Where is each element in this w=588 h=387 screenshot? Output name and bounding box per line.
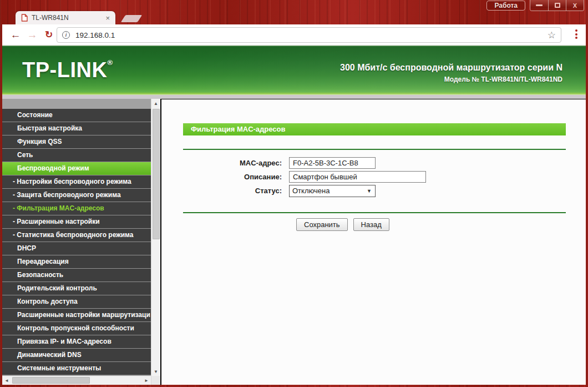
sidebar-item-forwarding[interactable]: Переадресация [2,255,151,269]
sidebar-item-dynamic-dns[interactable]: Динамический DNS [2,349,151,362]
browser-toolbar: ← → ↻ i 192.168.0.1 ☆ [2,24,586,46]
scroll-left-icon[interactable]: ◄ [2,376,11,385]
status-label: Статус: [161,187,289,195]
browser-tab[interactable]: TL-WR841N × [16,11,115,24]
bookmark-star-icon[interactable]: ☆ [548,29,556,41]
sidebar-item-bandwidth-control[interactable]: Контроль пропускной способности [2,322,151,335]
url-text[interactable]: 192.168.0.1 [75,31,548,39]
browser-menu-icon[interactable] [575,29,577,39]
save-button[interactable]: Сохранить [296,218,348,231]
sidebar-item-status[interactable]: Состояние [2,109,151,122]
page-info-icon[interactable]: i [62,31,70,39]
sidebar-item-advanced-routing[interactable]: Расширенные настройки маршрутизаци [2,309,151,322]
sidebar-item-network[interactable]: Сеть [2,149,151,162]
mac-address-label: MAC-адрес: [161,159,289,167]
window-controls: X [530,0,584,11]
sidebar-item-quick-setup[interactable]: Быстрая настройка [2,122,151,135]
description-label: Описание: [161,173,289,181]
sidebar-horizontal-scrollbar[interactable]: ◄ ► [2,376,151,385]
address-bar[interactable]: i 192.168.0.1 ☆ [57,27,561,43]
sidebar-item-access-control[interactable]: Контроль доступа [2,295,151,309]
sidebar-item-wireless-settings[interactable]: - Настройки беспроводного режима [2,175,151,189]
sidebar-item-mac-filtering[interactable]: - Фильтрация MAC-адресов [2,202,151,215]
minimize-icon [536,4,543,6]
maximize-icon [555,3,560,8]
description-field[interactable] [289,171,426,183]
header-divider [2,95,586,99]
tab-title: TL-WR841N [32,14,104,22]
sidebar-vertical-scrollbar[interactable]: ▲ ▼ [151,99,160,385]
router-tagline: 300 Мбит/с беспроводной маршрутизатор се… [340,63,562,73]
router-model: Модель № TL-WR841N/TL-WR841ND [444,76,562,83]
scroll-down-icon[interactable]: ▼ [151,367,161,376]
status-select[interactable]: Отключена [289,185,376,197]
tplink-logo: TP-LINK® [22,58,113,82]
sidebar-item-wireless[interactable]: Беспроводной режим [2,162,151,175]
close-icon: X [573,2,577,9]
reload-icon[interactable]: ↻ [42,28,55,42]
vertical-scroll-thumb[interactable] [153,109,160,239]
router-page-header: TP-LINK® 300 Мбит/с беспроводной маршрут… [2,46,586,95]
tab-strip: TL-WR841N × [0,11,588,24]
mac-filter-form: MAC-адрес: Описание: Статус: Отключена ▼ [161,157,586,197]
separator-line-bottom [183,212,566,213]
chrome-profile-button[interactable]: Работа [486,1,525,11]
scroll-right-icon[interactable]: ► [142,376,151,385]
sidebar-item-security[interactable]: Безопасность [2,269,151,282]
sidebar-item-parental-control[interactable]: Родительский контроль [2,282,151,295]
scroll-up-icon[interactable]: ▲ [151,99,161,108]
minimize-button[interactable] [530,0,548,11]
forward-icon: → [26,28,39,42]
sidebar-item-system-tools[interactable]: Системные инструменты [2,362,151,375]
sidebar-item-qss[interactable]: Функция QSS [2,135,151,149]
scrollbar-corner [151,376,161,385]
horizontal-scroll-thumb[interactable] [12,377,90,384]
sidebar-item-wireless-statistics[interactable]: - Статистика беспроводного режима [2,229,151,242]
sidebar-item-dhcp[interactable]: DHCP [2,242,151,255]
back-icon[interactable]: ← [9,28,22,42]
new-tab-button[interactable] [121,15,142,22]
sidebar: Состояние Быстрая настройка Функция QSS … [2,99,160,385]
main-content: Фильтрация MAC-адресов MAC-адрес: Описан… [161,99,586,385]
page-title: Фильтрация MAC-адресов [183,123,566,135]
separator-line-top [183,149,566,150]
back-button[interactable]: Назад [353,218,389,231]
sidebar-item-wireless-security[interactable]: - Защита беспроводного режима [2,189,151,202]
mac-address-field[interactable] [289,157,376,169]
frameset: Состояние Быстрая настройка Функция QSS … [2,99,586,385]
close-button[interactable]: X [566,0,584,11]
status-select-wrap: Отключена ▼ [289,185,376,197]
sidebar-item-ip-mac-binding[interactable]: Привязка IP- и MAC-адресов [2,335,151,349]
sidebar-menu: Состояние Быстрая настройка Функция QSS … [2,99,151,385]
window-titlebar: Работа X [0,0,588,11]
sidebar-item-advanced-wireless[interactable]: - Расширенные настройки [2,215,151,229]
maximize-button[interactable] [548,0,566,11]
registered-mark: ® [107,58,113,67]
tab-close-icon[interactable]: × [104,14,111,22]
page-favicon-icon [21,14,28,22]
